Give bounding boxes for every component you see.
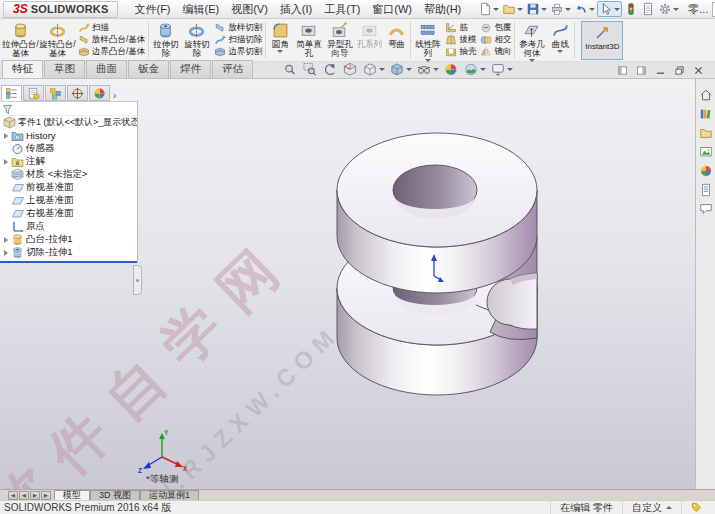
flex-button[interactable]: 弯曲 (383, 20, 409, 60)
tab-surfaces[interactable]: 曲面 (86, 60, 127, 78)
custom-properties-icon[interactable] (698, 182, 713, 197)
first-tab-button[interactable]: ◀ (8, 491, 18, 500)
status-units-dropdown[interactable]: 自定义 (622, 501, 681, 514)
display-style-icon[interactable] (389, 62, 412, 77)
chevron-down-icon[interactable] (589, 8, 595, 11)
lofted-boss-button[interactable]: 放样凸台/基体 (78, 34, 145, 46)
undo-button[interactable] (573, 2, 596, 16)
status-tag[interactable] (681, 501, 711, 514)
tab-displaymanager[interactable] (89, 85, 110, 101)
reference-geometry-button[interactable]: 参考几何体 (516, 20, 547, 60)
swept-boss-button[interactable]: 扫描 (78, 22, 145, 34)
boundary-cut-button[interactable]: 边界切割 (214, 46, 262, 58)
simple-hole-button[interactable]: 简单直孔 (293, 20, 324, 60)
save-button[interactable] (525, 2, 548, 16)
curves-button[interactable]: 曲线 (547, 20, 573, 60)
section-view-icon[interactable] (342, 62, 358, 77)
home-icon[interactable] (698, 87, 713, 102)
chevron-down-icon[interactable] (277, 50, 283, 53)
previous-view-icon[interactable] (322, 62, 338, 77)
expand-arrow-icon[interactable] (2, 250, 10, 256)
chevron-down-icon[interactable] (557, 50, 563, 53)
boundary-boss-button[interactable]: 边界凸台/基体 (78, 46, 145, 58)
open-button[interactable] (501, 2, 524, 16)
view-orientation-icon[interactable] (362, 62, 385, 77)
revolved-cut-button[interactable]: 旋转切除 (181, 20, 212, 60)
chevron-down-icon[interactable] (517, 8, 523, 11)
design-library-icon[interactable] (698, 106, 713, 121)
apply-scene-icon[interactable] (463, 62, 486, 77)
instant3d-button[interactable]: Instant3D (581, 21, 623, 60)
tab-motion-study1[interactable]: 运动算例1 (140, 490, 199, 500)
menu-edit[interactable]: 编辑(E) (177, 1, 226, 18)
zoom-area-icon[interactable] (302, 62, 318, 77)
menu-view[interactable]: 视图(V) (225, 1, 274, 18)
tree-item-right-plane[interactable]: 右视基准面 (0, 207, 137, 220)
menu-file[interactable]: 文件(F) (128, 1, 176, 18)
collapse-left-pane-icon[interactable] (618, 66, 627, 75)
new-document-button[interactable] (477, 2, 500, 16)
edit-appearance-icon[interactable] (443, 62, 459, 77)
lofted-cut-button[interactable]: 放样切割 (214, 22, 262, 34)
appearances-icon[interactable] (698, 163, 713, 178)
forum-icon[interactable] (698, 201, 713, 216)
prev-tab-button[interactable]: ◀ (19, 491, 29, 500)
expand-arrow-icon[interactable] (2, 133, 10, 139)
file-explorer-icon[interactable] (698, 125, 713, 140)
menu-insert[interactable]: 插入(I) (274, 1, 318, 18)
doc-restore-icon[interactable] (675, 66, 684, 75)
fillet-button[interactable]: 圆角 (267, 20, 293, 60)
select-tool-button[interactable] (597, 1, 622, 17)
view-palette-icon[interactable] (698, 144, 713, 159)
hide-show-items-icon[interactable] (416, 62, 439, 77)
last-tab-button[interactable]: ▶ (41, 491, 51, 500)
expand-arrow-icon[interactable] (2, 237, 10, 243)
tree-filter[interactable] (0, 103, 137, 116)
tree-item-material[interactable]: 材质 <未指定> (0, 168, 137, 181)
chevron-down-icon[interactable] (507, 68, 513, 71)
chevron-down-icon[interactable] (480, 68, 486, 71)
part-model[interactable] (337, 133, 537, 395)
menu-tools[interactable]: 工具(T) (318, 1, 366, 18)
tab-sketch[interactable]: 草图 (44, 60, 85, 78)
options-button[interactable] (657, 2, 680, 16)
collapse-right-pane-icon[interactable] (637, 66, 646, 75)
tab-evaluate[interactable]: 评估 (212, 60, 253, 78)
chevron-down-icon[interactable] (406, 68, 412, 71)
chevron-down-icon[interactable] (541, 8, 547, 11)
revolved-boss-button[interactable]: 旋转凸台/基体 (39, 20, 76, 60)
tree-item-history[interactable]: History (0, 129, 137, 142)
chevron-down-icon[interactable] (493, 8, 499, 11)
shell-button[interactable]: 抽壳 (445, 46, 476, 58)
tab-3d-views[interactable]: 3D 视图 (90, 490, 140, 500)
tree-item-annotations[interactable]: 注解 (0, 155, 137, 168)
tree-item-boss-extrude1[interactable]: 凸台-拉伸1 (0, 233, 137, 246)
doc-minimize-icon[interactable] (656, 66, 665, 75)
tab-featuremanager[interactable] (1, 85, 22, 101)
rib-button[interactable]: 筋 (445, 22, 476, 34)
draft-button[interactable]: 拔模 (445, 34, 476, 46)
chevron-down-icon[interactable] (379, 68, 385, 71)
tab-configurationmanager[interactable] (45, 85, 66, 101)
chevron-down-icon[interactable] (433, 68, 439, 71)
tree-item-cut-extrude1[interactable]: 切除-拉伸1 (0, 246, 137, 259)
tab-sheet-metal[interactable]: 钣金 (128, 60, 169, 78)
filter-input[interactable] (15, 105, 137, 114)
swept-cut-button[interactable]: 扫描切除 (214, 34, 262, 46)
rebuild-button[interactable] (623, 2, 639, 16)
print-button[interactable] (549, 2, 572, 16)
mirror-button[interactable]: 镜向 (480, 46, 511, 58)
rollback-bar[interactable] (0, 261, 137, 263)
tree-item-origin[interactable]: 原点 (0, 220, 137, 233)
next-tab-button[interactable]: ▶ (30, 491, 40, 500)
tree-item-front-plane[interactable]: 前视基准面 (0, 181, 137, 194)
tree-item-sensors[interactable]: 传感器 (0, 142, 137, 155)
expand-arrow-icon[interactable] (2, 159, 10, 165)
menu-help[interactable]: 帮助(H) (418, 1, 467, 18)
tab-weldments[interactable]: 焊件 (170, 60, 211, 78)
linear-pattern-button[interactable]: 线性阵列 (412, 20, 443, 60)
tree-item-part-root[interactable]: 零件1 (默认<<默认>_显示状态 1>) (0, 116, 137, 129)
chevron-down-icon[interactable] (565, 8, 571, 11)
extruded-boss-button[interactable]: 拉伸凸台/基体 (2, 20, 39, 60)
intersect-button[interactable]: 相交 (480, 34, 511, 46)
